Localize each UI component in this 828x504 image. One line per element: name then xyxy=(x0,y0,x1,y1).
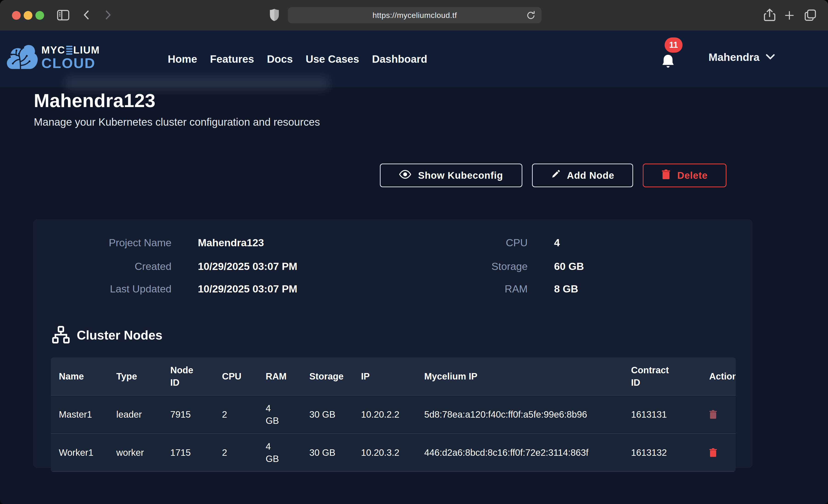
cpu-value: 4 xyxy=(554,236,560,249)
cell-actions xyxy=(701,434,736,471)
cell-ip: 10.20.3.2 xyxy=(353,434,416,471)
delete-cluster-button[interactable]: Delete xyxy=(643,164,727,187)
share-icon[interactable] xyxy=(763,8,776,22)
site-navbar: MYC LIUM CLOUD Home Features Docs Use Ca… xyxy=(0,31,828,87)
last-updated-value: 10/29/2025 03:07 PM xyxy=(198,282,297,296)
col-ram: RAM xyxy=(258,358,301,395)
project-name-label: Project Name xyxy=(75,236,171,249)
nav-features[interactable]: Features xyxy=(210,53,254,65)
browser-window: Mahendra123 Manage your Kubernetes clust… xyxy=(0,0,828,504)
cell-contract-id: 1613132 xyxy=(623,434,701,471)
address-bar[interactable]: https://myceliumcloud.tf xyxy=(288,7,541,23)
notification-count-badge: 11 xyxy=(665,37,682,53)
cluster-nodes-section-header: Cluster Nodes xyxy=(52,326,162,345)
nav-docs[interactable]: Docs xyxy=(267,53,293,65)
add-node-button[interactable]: Add Node xyxy=(532,164,633,187)
nav-home[interactable]: Home xyxy=(168,53,197,65)
window-close-button[interactable] xyxy=(12,11,21,20)
col-node-id: Node ID xyxy=(162,358,214,395)
last-updated-label: Last Updated xyxy=(75,282,171,296)
info-row-ram: RAM 8 GB xyxy=(431,282,578,296)
col-contract-id: Contract ID xyxy=(623,358,701,395)
ram-label: RAM xyxy=(431,282,528,296)
forward-button[interactable] xyxy=(102,9,114,21)
window-minimize-button[interactable] xyxy=(24,11,32,20)
storage-value: 60 GB xyxy=(554,260,584,273)
cell-actions xyxy=(701,395,736,433)
cluster-details-card: Project Name Mahendra123 Created 10/29/2… xyxy=(33,219,752,468)
col-type: Type xyxy=(108,358,162,395)
col-storage: Storage xyxy=(301,358,353,395)
delete-node-button[interactable] xyxy=(709,448,717,457)
info-row-storage: Storage 60 GB xyxy=(431,260,584,273)
cell-mycelium-ip: 446:d2a6:8bcd:8c16:ff0f:72e2:3114:863f xyxy=(416,434,623,471)
sidebar-toggle-button[interactable] xyxy=(56,8,70,22)
created-label: Created xyxy=(75,260,171,273)
cell-name: Master1 xyxy=(51,395,108,433)
back-button[interactable] xyxy=(81,9,92,21)
tab-overview-icon[interactable] xyxy=(804,9,817,22)
cell-mycelium-ip: 5d8:78ea:a120:f40c:ff0f:a5fe:99e6:8b96 xyxy=(416,395,623,433)
cell-cpu: 2 xyxy=(214,434,258,471)
cell-type: worker xyxy=(108,434,162,471)
pencil-icon xyxy=(551,170,560,181)
cell-cpu: 2 xyxy=(214,395,258,433)
mycelium-cloud-logo[interactable]: MYC LIUM CLOUD xyxy=(6,44,100,71)
reload-button[interactable] xyxy=(526,10,536,22)
chevron-down-icon xyxy=(765,53,775,61)
info-row-last-updated: Last Updated 10/29/2025 03:07 PM xyxy=(75,282,297,296)
page-subtitle: Manage your Kubernetes cluster configura… xyxy=(34,116,320,128)
show-kubeconfig-label: Show Kubeconfig xyxy=(418,170,503,181)
privacy-shield-icon[interactable] xyxy=(270,8,280,22)
cloud-logo-icon xyxy=(6,44,38,71)
logo-wordmark: MYC LIUM CLOUD xyxy=(41,45,100,70)
bell-icon xyxy=(661,53,675,69)
cell-name: Worker1 xyxy=(51,434,108,471)
ram-value: 8 GB xyxy=(554,282,578,296)
cell-contract-id: 1613131 xyxy=(623,395,701,433)
network-nodes-icon xyxy=(52,326,70,345)
col-actions: Actions xyxy=(701,358,736,395)
logo-part2: LIUM xyxy=(73,45,100,55)
new-tab-icon[interactable] xyxy=(784,10,795,21)
trash-icon xyxy=(662,170,670,181)
cell-type: leader xyxy=(108,395,162,433)
delete-node-button[interactable] xyxy=(709,410,717,419)
nodes-table: Name Type Node ID CPU RAM Storage IP Myc… xyxy=(51,358,736,472)
col-ip: IP xyxy=(353,358,416,395)
logo-line2: CLOUD xyxy=(41,56,100,70)
cpu-label: CPU xyxy=(431,236,528,249)
cell-node-id: 1715 xyxy=(162,434,214,471)
col-name: Name xyxy=(51,358,108,395)
browser-toolbar: https://myceliumcloud.tf xyxy=(0,0,828,31)
cluster-actions: Show Kubeconfig Add Node Delete xyxy=(380,164,727,187)
storage-label: Storage xyxy=(431,260,528,273)
nav-use-cases[interactable]: Use Cases xyxy=(306,53,359,65)
url-text: https://myceliumcloud.tf xyxy=(373,11,457,20)
info-row-cpu: CPU 4 xyxy=(431,236,560,249)
cell-storage: 30 GB xyxy=(301,395,353,433)
info-row-project-name: Project Name Mahendra123 xyxy=(75,236,264,249)
logo-e-bars-glyph xyxy=(66,46,72,55)
col-cpu: CPU xyxy=(214,358,258,395)
window-zoom-button[interactable] xyxy=(35,11,44,20)
delete-label: Delete xyxy=(677,170,708,181)
nodes-table-header: Name Type Node ID CPU RAM Storage IP Myc… xyxy=(51,358,736,395)
project-name-value: Mahendra123 xyxy=(198,236,264,249)
logo-part1: MYC xyxy=(41,45,65,55)
user-name: Mahendra xyxy=(708,51,759,64)
created-value: 10/29/2025 03:07 PM xyxy=(198,260,297,273)
col-mycelium-ip: Mycelium IP xyxy=(416,358,623,395)
nav-dashboard[interactable]: Dashboard xyxy=(372,53,427,65)
cell-storage: 30 GB xyxy=(301,434,353,471)
cluster-nodes-title: Cluster Nodes xyxy=(77,328,162,342)
cell-ram: 4 GB xyxy=(258,434,301,471)
eye-icon xyxy=(399,170,411,181)
cell-node-id: 7915 xyxy=(162,395,214,433)
notifications-bell-button[interactable] xyxy=(661,53,686,81)
show-kubeconfig-button[interactable]: Show Kubeconfig xyxy=(380,164,522,187)
cell-ip: 10.20.2.2 xyxy=(353,395,416,433)
main-nav: Home Features Docs Use Cases Dashboard xyxy=(168,31,427,87)
table-row-master1: Master1 leader 7915 2 4 GB 30 GB 10.20.2… xyxy=(51,395,736,433)
user-menu[interactable]: Mahendra xyxy=(708,51,775,64)
